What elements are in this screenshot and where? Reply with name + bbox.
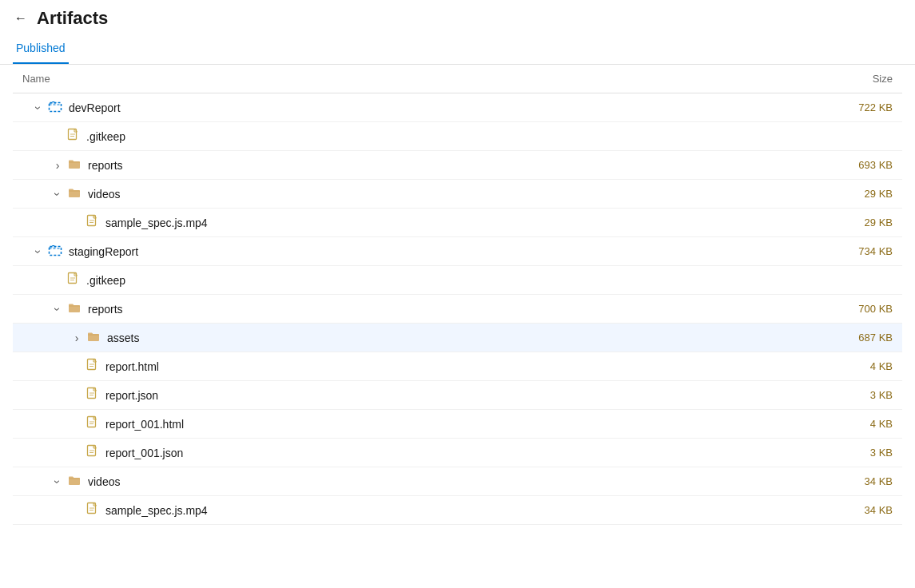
table-header: Name Size <box>13 65 902 93</box>
list-item[interactable]: report.json3 KB <box>13 381 902 410</box>
list-item[interactable]: sample_spec.js.mp429 KB <box>13 209 902 237</box>
svg-rect-0 <box>50 103 62 112</box>
item-name: sample_spec.js.mp4 <box>105 217 208 229</box>
chevron-placeholder <box>51 130 64 143</box>
col-name-header: Name <box>22 73 50 85</box>
file-icon <box>86 214 99 231</box>
list-item[interactable]: sample_spec.js.mp434 KB <box>13 496 902 525</box>
chevron-placeholder <box>51 274 64 287</box>
item-size: 700 KB <box>858 303 893 315</box>
item-name: sample_spec.js.mp4 <box>105 504 208 517</box>
file-icon <box>86 415 99 432</box>
item-name: stagingReport <box>69 245 138 258</box>
chevron-down-icon[interactable] <box>32 245 45 258</box>
item-size: 3 KB <box>870 389 893 401</box>
folder-icon <box>86 329 101 346</box>
item-name: devReport <box>69 101 121 114</box>
chevron-placeholder <box>70 504 83 517</box>
file-table: Name Size devReport722 KB .gitkeep repor… <box>0 65 915 525</box>
chevron-placeholder <box>70 360 83 373</box>
item-name: report.json <box>105 389 158 402</box>
file-icon <box>86 358 99 375</box>
folder-icon <box>67 300 82 317</box>
item-name: reports <box>88 159 123 172</box>
item-name: .gitkeep <box>86 274 125 287</box>
list-item[interactable]: report_001.html4 KB <box>13 410 902 439</box>
file-icon <box>86 502 99 518</box>
item-name: videos <box>88 475 120 488</box>
svg-rect-7 <box>50 247 62 256</box>
col-size-header: Size <box>873 73 893 85</box>
back-button[interactable]: ← <box>13 10 29 27</box>
page-title: Artifacts <box>37 8 108 29</box>
tab-bar: Published <box>0 35 915 65</box>
chevron-placeholder <box>70 418 83 431</box>
chevron-placeholder <box>70 447 83 459</box>
chevron-right-icon[interactable] <box>70 332 83 344</box>
folder-icon <box>67 185 82 202</box>
item-size: 29 KB <box>865 217 893 228</box>
artifact-folder-icon <box>48 243 62 260</box>
list-item[interactable]: reports700 KB <box>13 295 902 324</box>
list-item[interactable]: report.html4 KB <box>13 352 902 381</box>
tree-body: devReport722 KB .gitkeep reports693 KB v… <box>13 93 902 525</box>
chevron-placeholder <box>70 389 83 402</box>
list-item[interactable]: report_001.json3 KB <box>13 439 902 467</box>
chevron-down-icon[interactable] <box>32 101 45 114</box>
list-item[interactable]: reports693 KB <box>13 151 902 180</box>
file-icon <box>86 387 99 403</box>
folder-icon <box>67 473 82 490</box>
list-item[interactable]: videos29 KB <box>13 180 902 209</box>
chevron-down-icon[interactable] <box>51 188 64 201</box>
list-item[interactable]: stagingReport734 KB <box>13 237 902 266</box>
list-item[interactable]: .gitkeep <box>13 122 902 151</box>
file-icon <box>86 444 99 461</box>
item-name: videos <box>88 188 120 201</box>
item-size: 3 KB <box>870 447 893 459</box>
item-name: report_001.html <box>105 418 184 431</box>
file-icon <box>67 272 80 288</box>
item-size: 34 KB <box>865 475 893 487</box>
item-size: 34 KB <box>865 504 893 516</box>
item-name: reports <box>88 303 123 316</box>
list-item[interactable]: devReport722 KB <box>13 93 902 122</box>
chevron-down-icon[interactable] <box>51 303 64 316</box>
item-name: report_001.json <box>105 447 183 459</box>
item-size: 693 KB <box>858 159 893 171</box>
list-item[interactable]: videos34 KB <box>13 467 902 496</box>
file-icon <box>67 128 80 145</box>
item-size: 4 KB <box>870 360 893 372</box>
item-size: 29 KB <box>865 188 893 200</box>
item-name: report.html <box>105 360 159 373</box>
item-size: 4 KB <box>870 418 893 430</box>
item-name: .gitkeep <box>86 130 125 143</box>
artifact-folder-icon <box>48 99 62 116</box>
folder-icon <box>67 157 82 173</box>
item-name: assets <box>107 332 139 344</box>
tab-published[interactable]: Published <box>13 35 69 64</box>
page-header: ← Artifacts <box>0 0 915 35</box>
item-size: 722 KB <box>858 101 893 113</box>
item-size: 734 KB <box>858 245 893 257</box>
chevron-right-icon[interactable] <box>51 159 64 172</box>
chevron-down-icon[interactable] <box>51 475 64 488</box>
chevron-placeholder <box>70 217 83 229</box>
list-item[interactable]: .gitkeep <box>13 266 902 295</box>
item-size: 687 KB <box>858 332 893 344</box>
list-item[interactable]: assets687 KB <box>13 324 902 352</box>
